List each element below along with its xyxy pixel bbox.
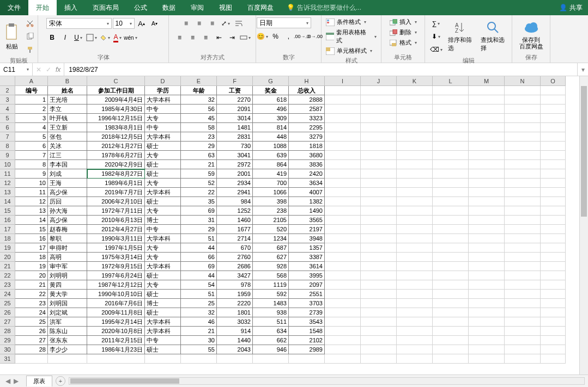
cell-K23[interactable]: [397, 280, 433, 290]
cell-C14[interactable]: 2006年2月10日: [87, 197, 145, 206]
cell-A28[interactable]: 26: [15, 327, 48, 336]
cell-I20[interactable]: [325, 253, 361, 262]
tab-baidu[interactable]: 百度网盘: [240, 0, 281, 15]
cell-M20[interactable]: [469, 253, 505, 262]
cell-N4[interactable]: [505, 105, 541, 114]
cell-D10[interactable]: 硕士: [145, 160, 181, 169]
cell-C28[interactable]: 2020年10月8日: [87, 327, 145, 336]
tab-formula[interactable]: 公式: [126, 0, 155, 15]
name-box[interactable]: C11▾: [0, 63, 33, 76]
cell-J13[interactable]: [361, 188, 397, 197]
tab-insert[interactable]: 插入: [57, 0, 85, 15]
cell-K16[interactable]: [397, 216, 433, 225]
cell-F8[interactable]: 730: [217, 142, 253, 151]
cell-M15[interactable]: [469, 206, 505, 216]
cell-A19[interactable]: 17: [15, 243, 48, 253]
cell-F18[interactable]: 2714: [217, 234, 253, 243]
cell-I3[interactable]: [325, 95, 361, 105]
cell-O26[interactable]: [541, 308, 566, 317]
cell-A26[interactable]: 24: [15, 308, 48, 317]
sheet-tab-active[interactable]: 原表: [26, 376, 52, 386]
cell-G23[interactable]: 1119: [253, 280, 289, 290]
align-bottom-button[interactable]: ≡: [207, 17, 219, 29]
cell-L8[interactable]: [433, 142, 469, 151]
col-header-E[interactable]: E: [181, 76, 217, 86]
cell-H14[interactable]: 1382: [289, 197, 325, 206]
cell-I25[interactable]: [325, 299, 361, 308]
cell-E27[interactable]: 46: [181, 317, 217, 327]
cell-G13[interactable]: 1066: [253, 188, 289, 197]
cell-O30[interactable]: [541, 345, 566, 354]
cell-O11[interactable]: [541, 169, 566, 179]
cell-B26[interactable]: 刘定斌: [48, 308, 87, 317]
cell-N10[interactable]: [505, 160, 541, 169]
cell-F11[interactable]: 2001: [217, 169, 253, 179]
cell-E30[interactable]: 55: [181, 345, 217, 354]
cell-I5[interactable]: [325, 114, 361, 123]
cell-K4[interactable]: [397, 105, 433, 114]
cell-K20[interactable]: [397, 253, 433, 262]
cancel-formula-button[interactable]: ✕: [36, 66, 41, 73]
cell-N11[interactable]: [505, 169, 541, 179]
cell-C25[interactable]: 2016年7月6日: [87, 299, 145, 308]
cell-I11[interactable]: [325, 169, 361, 179]
row-header-22[interactable]: 22: [0, 271, 15, 280]
cell-C23[interactable]: 1987年12月12日: [87, 280, 145, 290]
cell-A20[interactable]: 18: [15, 253, 48, 262]
cell-F27[interactable]: 3032: [217, 317, 253, 327]
cell-L18[interactable]: [433, 234, 469, 243]
cell-N19[interactable]: [505, 243, 541, 253]
sheet-nav-next[interactable]: ▶: [14, 377, 19, 385]
tab-file[interactable]: 文件: [0, 0, 28, 15]
cell-I19[interactable]: [325, 243, 361, 253]
cell-C27[interactable]: 1995年2月14日: [87, 317, 145, 327]
cell-F19[interactable]: 670: [217, 243, 253, 253]
sheet-nav-prev[interactable]: ◀: [5, 377, 10, 385]
cut-button[interactable]: [24, 17, 36, 29]
cell-E17[interactable]: 29: [181, 225, 217, 234]
cell-O6[interactable]: [541, 123, 566, 132]
cell-D5[interactable]: 大专: [145, 114, 181, 123]
cell-N21[interactable]: [505, 262, 541, 271]
cell-N17[interactable]: [505, 225, 541, 234]
cell-K3[interactable]: [397, 95, 433, 105]
cell-M31[interactable]: [469, 354, 505, 364]
cell-D20[interactable]: 大专: [145, 253, 181, 262]
cell-M10[interactable]: [469, 160, 505, 169]
cell-I31[interactable]: [325, 354, 361, 364]
cell-F24[interactable]: 1959: [217, 290, 253, 299]
cell-K25[interactable]: [397, 299, 433, 308]
cell-J14[interactable]: [361, 197, 397, 206]
row-header-6[interactable]: 6: [0, 123, 15, 132]
cell-O10[interactable]: [541, 160, 566, 169]
autosum-button[interactable]: ∑▾: [428, 17, 444, 29]
cell-B19[interactable]: 申得时: [48, 243, 87, 253]
cell-A13[interactable]: 11: [15, 188, 48, 197]
cell-N3[interactable]: [505, 95, 541, 105]
cell-H29[interactable]: 2102: [289, 336, 325, 345]
delete-cells-button[interactable]: 删除▾: [389, 28, 418, 37]
cell-M17[interactable]: [469, 225, 505, 234]
cell-G18[interactable]: 1234: [253, 234, 289, 243]
cell-G24[interactable]: 592: [253, 290, 289, 299]
cell-D18[interactable]: 大学本科: [145, 234, 181, 243]
cell-L27[interactable]: [433, 317, 469, 327]
inc-decimal-button[interactable]: .00→.0: [296, 30, 308, 42]
cell-O25[interactable]: [541, 299, 566, 308]
cell-G16[interactable]: 2105: [253, 216, 289, 225]
cell-E21[interactable]: 69: [181, 262, 217, 271]
cell-C16[interactable]: 2010年6月13日: [87, 216, 145, 225]
cell-K11[interactable]: [397, 169, 433, 179]
cell-O22[interactable]: [541, 271, 566, 280]
cell-G29[interactable]: 662: [253, 336, 289, 345]
cell-O4[interactable]: [541, 105, 566, 114]
cell-M26[interactable]: [469, 308, 505, 317]
cell-H27[interactable]: 3543: [289, 317, 325, 327]
cell-H13[interactable]: 4007: [289, 188, 325, 197]
cell-J21[interactable]: [361, 262, 397, 271]
cell-A4[interactable]: 2: [15, 105, 48, 114]
cell-J8[interactable]: [361, 142, 397, 151]
col-header-M[interactable]: M: [469, 76, 505, 86]
cell-E3[interactable]: 32: [181, 95, 217, 105]
cell-L9[interactable]: [433, 151, 469, 160]
